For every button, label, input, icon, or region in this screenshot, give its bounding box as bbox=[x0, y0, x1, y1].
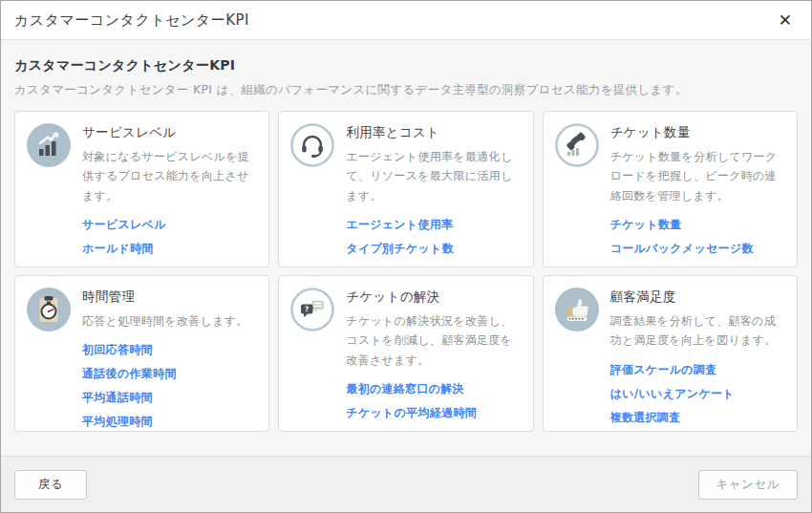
kpi-link-callback-messages[interactable]: コールバックメッセージ数 bbox=[610, 241, 785, 257]
page-title: カスタマーコンタクトセンターKPI bbox=[14, 57, 798, 75]
card-description: チケット数量を分析してワークロードを把握し、ピーク時の連絡回数を管理します。 bbox=[610, 147, 785, 205]
phone-traffic-icon bbox=[555, 123, 599, 167]
chat-question-icon: ? bbox=[290, 288, 334, 331]
kpi-link-hold-time[interactable]: ホールド時間 bbox=[82, 241, 257, 257]
card-description: 調査結果を分析して、顧客の成功と満足度を向上を図ります。 bbox=[610, 311, 785, 351]
card-description: エージェント使用率を最適化して、リソースを最大限に活用します。 bbox=[346, 147, 521, 205]
back-button[interactable]: 戻る bbox=[14, 470, 87, 500]
card-customer-satisfaction[interactable]: 顧客満足度 調査結果を分析して、顧客の成功と満足度を向上を図ります。 評価スケー… bbox=[543, 275, 798, 432]
kpi-link-peak-hour-traffic[interactable]: ピーク時間トラフィック数 bbox=[610, 265, 785, 267]
dialog-titlebar: カスタマーコンタクトセンターKPI ✕ bbox=[1, 1, 811, 40]
card-service-level[interactable]: サービスレベル 対象になるサービスレベルを提供するプロセス能力を向上させます。 … bbox=[14, 111, 269, 267]
kpi-link-abandon-rate[interactable]: 放棄率 bbox=[82, 265, 257, 267]
stopwatch-clipboard-icon bbox=[27, 288, 71, 331]
kpi-link-first-contact-resolution[interactable]: 最初の連絡窓口の解決 bbox=[346, 381, 521, 397]
card-description: 対象になるサービスレベルを提供するプロセス能力を向上させます。 bbox=[82, 147, 257, 205]
card-title: サービスレベル bbox=[82, 124, 257, 141]
card-ticket-volume[interactable]: チケット数量 チケット数量を分析してワークロードを把握し、ピーク時の連絡回数を管… bbox=[543, 111, 798, 267]
close-icon[interactable]: ✕ bbox=[775, 11, 796, 31]
kpi-card-grid: サービスレベル 対象になるサービスレベルを提供するプロセス能力を向上させます。 … bbox=[14, 111, 798, 432]
card-title: チケット数量 bbox=[610, 124, 785, 141]
dialog-title: カスタマーコンタクトセンターKPI bbox=[14, 11, 249, 30]
kpi-link-avg-talk-time[interactable]: 平均通話時間 bbox=[82, 390, 257, 406]
page-subtitle: カスタマーコンタクトセンター KPI は、組織のパフォーマンスに関するデータ主導… bbox=[14, 82, 798, 98]
bar-chart-growth-icon bbox=[27, 123, 71, 167]
headset-icon bbox=[290, 123, 334, 167]
card-title: チケットの解決 bbox=[346, 289, 521, 306]
dialog-footer: 戻る キャンセル bbox=[1, 456, 811, 512]
card-description: チケットの解決状況を改善し、コストを削減し、顧客満足度を改善させます。 bbox=[346, 311, 521, 370]
card-time-management[interactable]: 時間管理 応答と処理時間を改善します。 初回応答時間 通話後の作業時間 平均通話… bbox=[14, 275, 269, 432]
card-utilization-cost[interactable]: 利用率とコスト エージェント使用率を最適化して、リソースを最大限に活用します。 … bbox=[278, 111, 533, 267]
svg-text:?: ? bbox=[305, 305, 309, 313]
card-title: 時間管理 bbox=[82, 289, 257, 306]
kpi-link-after-call-work-time[interactable]: 通話後の作業時間 bbox=[82, 366, 257, 382]
kpi-link-tickets-by-channel[interactable]: チャンネル別チケット数 bbox=[346, 265, 521, 267]
kpi-link-agent-utilization[interactable]: エージェント使用率 bbox=[346, 217, 521, 233]
kpi-link-multiple-choice-survey[interactable]: 複数選択調査 bbox=[610, 410, 785, 426]
kpi-link-ticket-volume[interactable]: チケット数量 bbox=[610, 217, 785, 233]
dialog-content: カスタマーコンタクトセンターKPI カスタマーコンタクトセンター KPI は、組… bbox=[1, 40, 811, 456]
kpi-link-avg-handle-time[interactable]: 平均処理時間 bbox=[82, 414, 257, 430]
kpi-link-service-level[interactable]: サービスレベル bbox=[82, 217, 257, 233]
kpi-link-avg-ticket-age[interactable]: チケットの平均経過時間 bbox=[346, 405, 521, 421]
kpi-link-rating-scale-survey[interactable]: 評価スケールの調査 bbox=[610, 362, 785, 378]
card-ticket-resolution[interactable]: ? チケットの解決 チケットの解決状況を改善し、コストを削減し、顧客満足度を改善… bbox=[278, 275, 533, 432]
card-description: 応答と処理時間を改善します。 bbox=[82, 311, 257, 331]
cancel-button[interactable]: キャンセル bbox=[698, 470, 798, 500]
kpi-link-yes-no-survey[interactable]: はい/いいえアンケート bbox=[610, 386, 785, 402]
kpi-link-first-response-time[interactable]: 初回応答時間 bbox=[82, 342, 257, 358]
card-title: 顧客満足度 bbox=[610, 289, 785, 306]
kpi-dialog: カスタマーコンタクトセンターKPI ✕ カスタマーコンタクトセンターKPI カス… bbox=[0, 0, 812, 513]
thumbs-up-icon bbox=[555, 288, 599, 331]
kpi-link-tickets-by-type[interactable]: タイプ別チケット数 bbox=[346, 241, 521, 257]
card-title: 利用率とコスト bbox=[346, 124, 521, 141]
